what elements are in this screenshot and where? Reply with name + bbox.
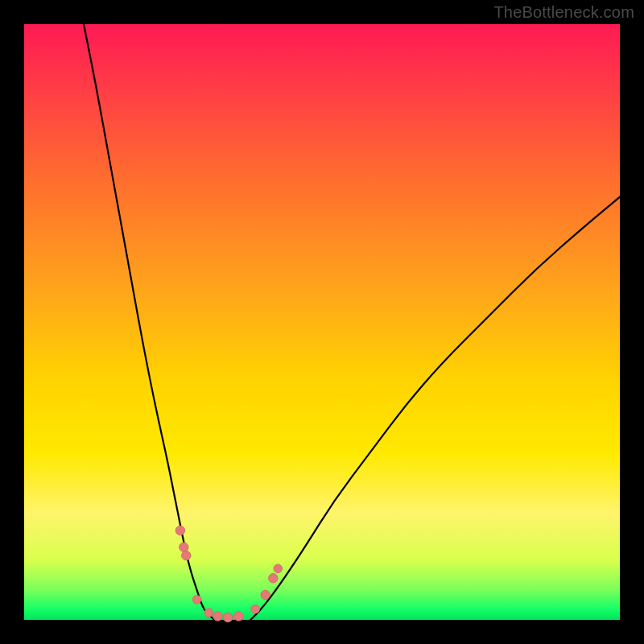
highlight-marker xyxy=(269,574,278,583)
markers-layer xyxy=(24,24,620,620)
highlight-marker xyxy=(274,564,283,573)
highlight-marker xyxy=(192,596,201,605)
highlight-marker xyxy=(180,543,188,551)
highlight-marker xyxy=(251,605,260,613)
highlight-marker xyxy=(223,613,232,621)
highlight-marker xyxy=(261,590,270,599)
watermark-text: TheBottleneck.com xyxy=(493,3,634,22)
highlight-marker xyxy=(204,609,213,617)
marker-group xyxy=(175,526,282,621)
highlight-marker xyxy=(213,612,222,621)
outer-frame: TheBottleneck.com xyxy=(0,0,644,644)
highlight-marker xyxy=(182,551,191,559)
highlight-marker xyxy=(234,612,243,621)
highlight-marker xyxy=(175,526,184,535)
